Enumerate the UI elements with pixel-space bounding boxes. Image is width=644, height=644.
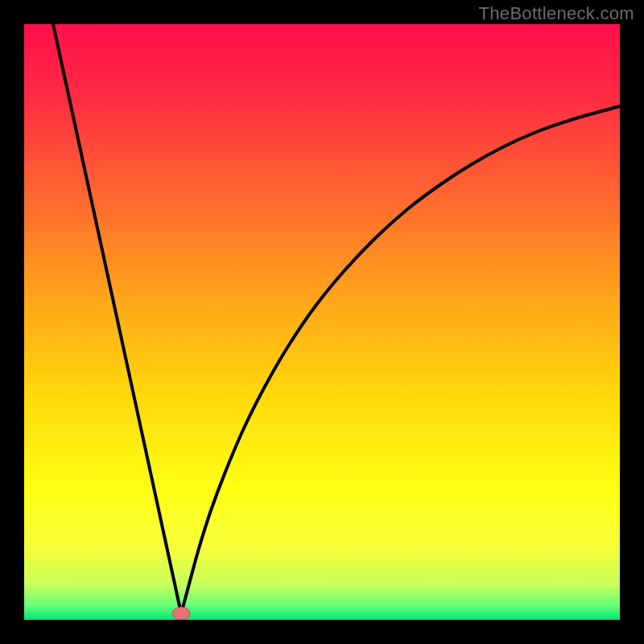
optimum-marker — [172, 607, 190, 620]
marker-group — [172, 607, 190, 620]
gradient-background — [24, 24, 620, 620]
chart-container: TheBottleneck.com — [0, 0, 644, 644]
chart-svg — [24, 24, 620, 620]
watermark-text: TheBottleneck.com — [479, 3, 634, 24]
plot-area — [24, 24, 620, 620]
